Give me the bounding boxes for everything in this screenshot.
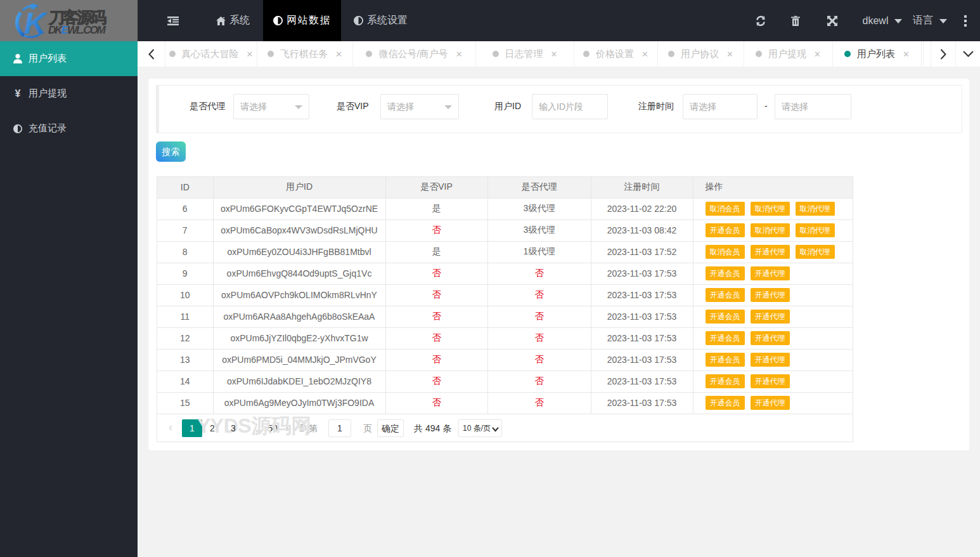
svg-text:刀客源码: 刀客源码: [48, 8, 106, 26]
svg-text:K: K: [24, 6, 48, 40]
svg-text:DKEWL.COM: DKEWL.COM: [48, 24, 106, 36]
